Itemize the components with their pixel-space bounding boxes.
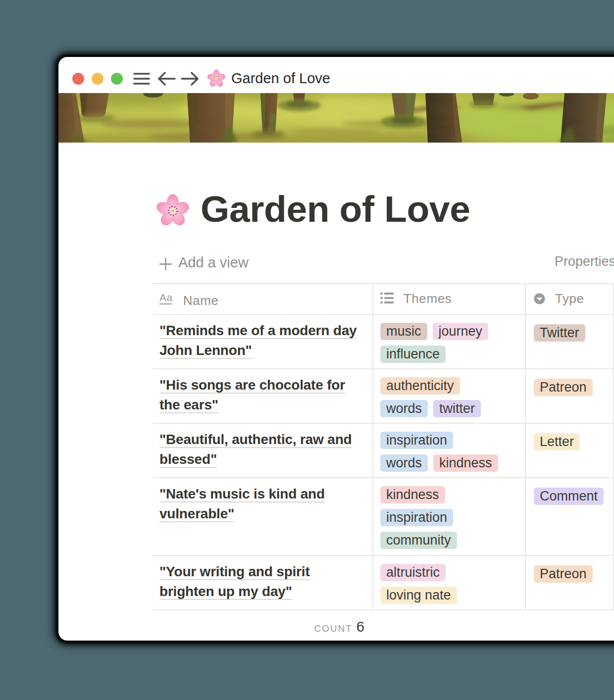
svg-text:Aa: Aa [159,292,173,303]
